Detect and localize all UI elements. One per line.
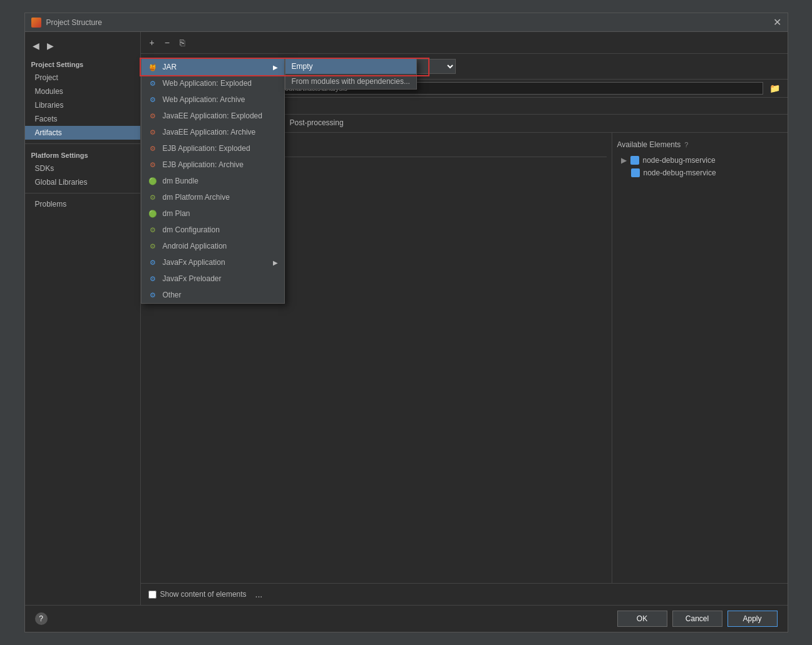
module-icon-1 [631, 168, 640, 177]
jar-item-content: 🍯 JAR [148, 62, 177, 72]
dropdown-item-android[interactable]: ⚙ Android Application [141, 238, 284, 254]
dm-bundle-icon: 🟢 [148, 176, 158, 186]
dropdown-item-label: dm Configuration [163, 225, 220, 234]
forward-button[interactable]: ▶ [44, 39, 56, 52]
dm-plan-icon: 🟢 [148, 209, 158, 219]
sidebar-item-facets[interactable]: Facets [25, 112, 140, 126]
item-content: ⚙ Web Application: Exploded [148, 78, 252, 88]
dropdown-item-ejb-archive[interactable]: ⚙ EJB Application: Archive [141, 157, 284, 173]
tab-post-processing[interactable]: Post-processing [281, 115, 352, 132]
dropdown-item-dm-configuration[interactable]: ⚙ dm Configuration [141, 222, 284, 238]
dropdown-container: 🍯 JAR ▶ ⚙ Web Application: Exploded [141, 58, 285, 304]
project-structure-dialog: Project Structure ✕ ◀ ▶ Project Settings… [24, 13, 788, 632]
sidebar-item-project[interactable]: Project [25, 71, 140, 85]
cancel-button[interactable]: Cancel [672, 611, 722, 627]
sidebar-item-modules[interactable]: Modules [25, 85, 140, 98]
ejb-archive-icon: ⚙ [148, 160, 158, 170]
bottom-bar: Show content of elements ... [141, 583, 788, 605]
dropdown-item-label: Web Application: Exploded [163, 79, 252, 88]
available-help-icon[interactable]: ? [684, 141, 688, 148]
sidebar-item-label: Artifacts [35, 128, 62, 137]
dropdown-item-other[interactable]: ⚙ Other [141, 287, 284, 303]
sidebar-item-label: Problems [35, 200, 67, 209]
dropdown-item-jar[interactable]: 🍯 JAR ▶ [141, 59, 284, 75]
help-button[interactable]: ? [35, 612, 48, 625]
platform-settings-header: Platform Settings [25, 148, 140, 162]
main-content: + − ⎘ Name: Type: ⚙ JAR 📁 [141, 32, 788, 605]
dropdown-item-label: Web Application: Archive [163, 95, 245, 104]
app-icon [31, 18, 41, 28]
android-icon: ⚙ [148, 241, 158, 251]
close-button[interactable]: ✕ [773, 18, 781, 28]
dropdown-item-label: JavaEE Application: Exploded [163, 111, 262, 120]
sidebar-item-artifacts[interactable]: Artifacts [25, 126, 140, 140]
item-content: 🟢 dm Plan [148, 209, 190, 219]
dropdown-item-web-archive[interactable]: ⚙ Web Application: Archive [141, 91, 284, 108]
sidebar-separator-2 [25, 193, 140, 194]
sidebar-item-label: Project [35, 73, 58, 82]
expand-arrow-0: ▶ [621, 156, 627, 165]
item-content: ⚙ JavaFx Preloader [148, 274, 222, 284]
dm-config-icon: ⚙ [148, 225, 158, 235]
sidebar-item-problems[interactable]: Problems [25, 197, 140, 211]
dropdown-item-javafx-preloader[interactable]: ⚙ JavaFx Preloader [141, 271, 284, 287]
sidebar-item-sdks[interactable]: SDKs [25, 162, 140, 175]
item-content: ⚙ JavaEE Application: Exploded [148, 111, 262, 121]
dropdown-item-javaee-exploded[interactable]: ⚙ JavaEE Application: Exploded [141, 108, 284, 124]
item-content: ⚙ dm Configuration [148, 225, 220, 235]
available-panel: Available Elements ? ▶ node-debug-mservi… [612, 133, 788, 583]
dropdown-item-ejb-exploded[interactable]: ⚙ EJB Application: Exploded [141, 140, 284, 157]
copy-button[interactable]: ⎘ [176, 36, 188, 49]
ok-button[interactable]: OK [617, 611, 667, 627]
available-item-0[interactable]: ▶ node-debug-mservice [617, 154, 783, 167]
item-content: ⚙ JavaEE Application: Archive [148, 127, 256, 137]
dropdown-wrapper: 🍯 JAR ▶ ⚙ Web Application: Exploded [141, 58, 285, 304]
title-bar-left: Project Structure [31, 18, 102, 28]
submenu-item-empty[interactable]: Empty [285, 59, 416, 74]
available-elements-header: Available Elements ? [617, 138, 783, 154]
dropdown-item-javaee-archive[interactable]: ⚙ JavaEE Application: Archive [141, 124, 284, 140]
javaee-archive-icon: ⚙ [148, 127, 158, 137]
main-toolbar: + − ⎘ [141, 32, 788, 54]
dropdown-item-dm-plan[interactable]: 🟢 dm Plan [141, 205, 284, 222]
sidebar-separator [25, 143, 140, 144]
sidebar-item-label: Global Libraries [35, 178, 88, 187]
sidebar-item-label: Facets [35, 115, 58, 123]
item-content: ⚙ EJB Application: Exploded [148, 143, 250, 153]
browse-folder-button[interactable]: 📁 [769, 83, 780, 93]
more-button[interactable]: ... [252, 587, 267, 601]
item-content: ⚙ Other [148, 290, 182, 300]
dropdown-item-dm-platform-archive[interactable]: ⚙ dm Platform Archive [141, 189, 284, 205]
submenu-empty-label: Empty [292, 62, 313, 71]
add-button[interactable]: + [146, 36, 158, 49]
dialog-footer: ? OK Cancel Apply [25, 605, 788, 632]
module-icon-0 [630, 156, 639, 165]
back-button[interactable]: ◀ [30, 39, 42, 52]
sidebar-item-label: Modules [35, 87, 63, 96]
dropdown-item-label: dm Bundle [163, 177, 198, 185]
dropdown-item-dm-bundle[interactable]: 🟢 dm Bundle [141, 173, 284, 189]
dropdown-jar-label: JAR [163, 63, 177, 71]
available-item-label-0: node-debug-mservice [643, 156, 716, 165]
sidebar-item-global-libraries[interactable]: Global Libraries [25, 175, 140, 189]
apply-button[interactable]: Apply [727, 611, 778, 627]
item-content: 🟢 dm Bundle [148, 176, 198, 186]
dialog-title: Project Structure [46, 18, 102, 27]
dropdown-item-label: EJB Application: Archive [163, 160, 244, 169]
web-archive-icon: ⚙ [148, 95, 158, 105]
sidebar-item-label: Libraries [35, 101, 64, 110]
dropdown-item-web-exploded[interactable]: ⚙ Web Application: Exploded [141, 75, 284, 91]
available-item-1[interactable]: node-debug-mservice [617, 167, 783, 179]
remove-button[interactable]: − [161, 36, 173, 49]
sidebar-item-libraries[interactable]: Libraries [25, 98, 140, 112]
javafx-app-icon: ⚙ [148, 257, 158, 267]
submenu-item-from-modules[interactable]: From modules with dependencies... [285, 74, 416, 89]
item-content: ⚙ JavaFx Application [148, 257, 225, 267]
dropdown-item-javafx-app[interactable]: ⚙ JavaFx Application ▶ [141, 254, 284, 271]
javafx-chevron: ▶ [273, 259, 278, 266]
dropdown-item-label: Other [163, 291, 182, 299]
dm-platform-icon: ⚙ [148, 192, 158, 202]
show-content-checkbox[interactable] [148, 591, 157, 599]
dropdown-item-label: dm Platform Archive [163, 193, 230, 202]
dropdown-item-label: Android Application [163, 242, 227, 250]
